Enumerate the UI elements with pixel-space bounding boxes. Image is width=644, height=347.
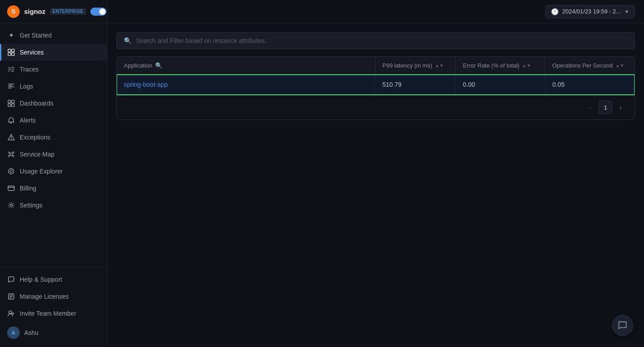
svg-rect-16 bbox=[8, 186, 14, 190]
time-range-picker[interactable]: 🕐 2024/01/23 19:59 - 2... ▼ bbox=[545, 5, 635, 18]
logs-icon bbox=[7, 82, 15, 90]
next-page-button[interactable]: › bbox=[614, 101, 627, 114]
col-ops[interactable]: Operations Per Second ▲▼ bbox=[545, 57, 635, 74]
table-row[interactable]: spring-boot-app 510.79 0.00 0.05 bbox=[117, 75, 635, 95]
sidebar-item-label: Dashboards bbox=[20, 100, 54, 107]
table-header: Application 🔍 P99 latency (in ms) ▲▼ Err… bbox=[117, 57, 635, 75]
enterprise-badge: ENTERPRISE bbox=[50, 8, 86, 15]
svg-rect-2 bbox=[8, 53, 11, 55]
cell-error-rate: 0.00 bbox=[456, 75, 545, 94]
col-application[interactable]: Application 🔍 bbox=[117, 57, 375, 74]
services-table: Application 🔍 P99 latency (in ms) ▲▼ Err… bbox=[116, 56, 635, 120]
sidebar-item-logs[interactable]: Logs bbox=[0, 78, 107, 95]
search-icon: 🔍 bbox=[124, 37, 131, 44]
main-content: 🕐 2024/01/23 19:59 - 2... ▼ 🔍 Applicatio… bbox=[107, 0, 644, 347]
sidebar-item-manage-licenses[interactable]: Manage Licenses bbox=[0, 288, 107, 305]
services-icon bbox=[7, 48, 15, 56]
svg-point-15 bbox=[10, 170, 13, 173]
sidebar-item-invite-team[interactable]: Invite Team Member bbox=[0, 305, 107, 322]
sidebar-item-alerts[interactable]: Alerts bbox=[0, 112, 107, 129]
svg-point-19 bbox=[9, 311, 12, 313]
pagination: ‹ 1 › bbox=[117, 95, 635, 119]
sidebar-item-user[interactable]: A Ashu bbox=[0, 322, 107, 343]
sidebar-item-settings[interactable]: Settings bbox=[0, 197, 107, 214]
sidebar-item-get-started[interactable]: ✦ Get Started bbox=[0, 27, 107, 44]
brand-name: signoz bbox=[24, 8, 46, 15]
col-error-rate-label: Error Rate (% of total) bbox=[463, 62, 519, 69]
svg-point-11 bbox=[13, 152, 14, 153]
sidebar-header: S signoz ENTERPRISE bbox=[0, 0, 107, 23]
logo-icon: S bbox=[7, 5, 20, 18]
sidebar-item-label: Settings bbox=[20, 202, 42, 209]
alerts-icon bbox=[7, 116, 15, 124]
sort-icon: ▲▼ bbox=[522, 63, 531, 68]
sidebar-item-traces[interactable]: Traces bbox=[0, 61, 107, 78]
traces-icon bbox=[7, 65, 15, 73]
col-ops-label: Operations Per Second bbox=[552, 62, 613, 69]
help-support-icon bbox=[7, 275, 15, 284]
filter-icon: 🔍 bbox=[155, 62, 162, 69]
chevron-down-icon: ▼ bbox=[624, 9, 629, 14]
dashboards-icon bbox=[7, 99, 15, 107]
content-area: 🔍 Application 🔍 P99 latency (in ms) ▲▼ E… bbox=[107, 23, 644, 347]
sidebar-item-label: Invite Team Member bbox=[20, 310, 76, 317]
application-link[interactable]: spring-boot-app bbox=[124, 81, 168, 88]
manage-licenses-icon bbox=[7, 292, 15, 300]
exceptions-icon bbox=[7, 133, 15, 141]
svg-point-8 bbox=[11, 139, 12, 140]
svg-rect-3 bbox=[12, 53, 14, 55]
invite-team-icon bbox=[7, 309, 15, 317]
sidebar-bottom: Help & Support Manage Licenses Invite T bbox=[0, 267, 107, 347]
svg-point-17 bbox=[10, 204, 13, 207]
sidebar-item-dashboards[interactable]: Dashboards bbox=[0, 95, 107, 112]
sidebar-item-label: Ashu bbox=[24, 329, 38, 336]
prev-page-button[interactable]: ‹ bbox=[584, 101, 597, 114]
sidebar-item-label: Billing bbox=[20, 185, 36, 192]
sidebar-item-label: Service Map bbox=[20, 151, 55, 158]
svg-rect-4 bbox=[8, 100, 11, 103]
avatar: A bbox=[7, 326, 20, 339]
sort-icon: ▲▼ bbox=[435, 63, 444, 68]
sidebar-item-help-support[interactable]: Help & Support bbox=[0, 271, 107, 288]
search-input[interactable] bbox=[136, 37, 627, 44]
topbar: 🕐 2024/01/23 19:59 - 2... ▼ bbox=[107, 0, 644, 23]
svg-point-14 bbox=[8, 169, 14, 174]
svg-point-10 bbox=[8, 152, 10, 153]
sidebar-item-service-map[interactable]: Service Map bbox=[0, 146, 107, 163]
svg-point-12 bbox=[8, 156, 10, 157]
svg-rect-5 bbox=[12, 100, 14, 103]
page-1-button[interactable]: 1 bbox=[599, 101, 612, 114]
sidebar-item-label: Alerts bbox=[20, 117, 36, 124]
sidebar-item-label: Usage Explorer bbox=[20, 168, 63, 175]
sidebar-item-label: Get Started bbox=[20, 32, 52, 39]
svg-rect-1 bbox=[12, 49, 14, 52]
col-error-rate[interactable]: Error Rate (% of total) ▲▼ bbox=[456, 57, 545, 74]
sidebar-item-label: Logs bbox=[20, 83, 33, 90]
search-bar: 🔍 bbox=[116, 32, 635, 49]
service-map-icon bbox=[7, 150, 15, 158]
sidebar-item-services[interactable]: Services bbox=[0, 44, 107, 61]
col-p99[interactable]: P99 latency (in ms) ▲▼ bbox=[375, 57, 456, 74]
sidebar-item-label: Manage Licenses bbox=[20, 293, 69, 300]
clock-icon: 🕐 bbox=[551, 8, 559, 15]
sidebar-item-label: Exceptions bbox=[20, 134, 50, 141]
sidebar: S signoz ENTERPRISE ✦ Get Started Servic… bbox=[0, 0, 107, 347]
col-p99-label: P99 latency (in ms) bbox=[382, 62, 432, 69]
col-application-label: Application bbox=[124, 62, 153, 69]
usage-explorer-icon bbox=[7, 167, 15, 175]
cell-p99: 510.79 bbox=[375, 75, 456, 94]
billing-icon bbox=[7, 184, 15, 192]
chat-icon bbox=[618, 321, 627, 330]
svg-point-9 bbox=[10, 153, 13, 156]
cell-application: spring-boot-app bbox=[117, 75, 375, 94]
theme-toggle[interactable] bbox=[90, 8, 106, 16]
sidebar-item-label: Traces bbox=[20, 66, 38, 73]
get-started-icon: ✦ bbox=[7, 31, 15, 39]
sidebar-item-exceptions[interactable]: Exceptions bbox=[0, 129, 107, 146]
sidebar-item-label: Services bbox=[20, 49, 44, 56]
svg-rect-6 bbox=[8, 104, 11, 106]
cell-ops: 0.05 bbox=[545, 75, 635, 94]
chat-button[interactable] bbox=[612, 315, 633, 336]
sidebar-item-usage-explorer[interactable]: Usage Explorer bbox=[0, 163, 107, 180]
sidebar-item-billing[interactable]: Billing bbox=[0, 180, 107, 197]
